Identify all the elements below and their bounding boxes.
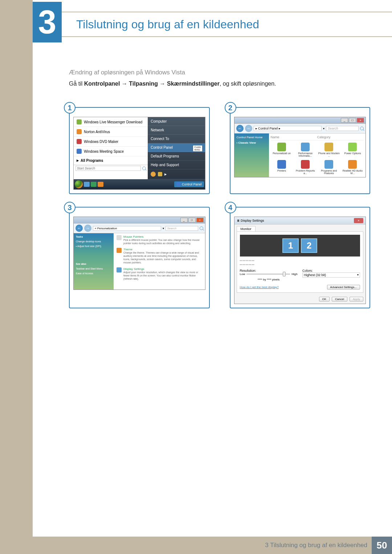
forward-button[interactable]: → xyxy=(84,225,91,232)
taskbar: Control Panel xyxy=(74,179,205,189)
maximize-button[interactable]: □ xyxy=(188,218,196,222)
col-name[interactable]: Name xyxy=(271,135,317,139)
cp-search[interactable]: Search xyxy=(326,126,359,131)
screenshot-grid: 1 Windows Live Messenger Download Norton… xyxy=(69,107,370,308)
power-icon[interactable] xyxy=(151,172,156,177)
cp-column-headers: Name Category xyxy=(271,135,364,140)
cp-realtek[interactable]: Realtek HD Audio M... xyxy=(342,160,364,175)
phone-icon xyxy=(324,143,333,151)
close-button[interactable]: × xyxy=(354,218,363,223)
cancel-button[interactable]: Cancel xyxy=(332,297,347,301)
sm-network[interactable]: Network xyxy=(148,126,205,135)
instruction-prefix: Gå til xyxy=(69,81,84,87)
p-search[interactable]: Search xyxy=(166,226,198,231)
theme-title: Theme xyxy=(123,248,202,251)
instruction-suffix: , og skift opløsningen. xyxy=(220,81,276,87)
monitor-preview: 1 2 xyxy=(240,235,360,257)
apply-button[interactable]: Apply xyxy=(350,297,363,301)
monitor-1[interactable]: 1 xyxy=(282,238,299,253)
all-programs[interactable]: ▶All Programs xyxy=(74,156,148,165)
cp-printers[interactable]: Printers xyxy=(271,160,293,175)
footer-page-number: 50 xyxy=(372,537,392,554)
sm-item-norton[interactable]: Norton AntiVirus xyxy=(74,127,148,137)
taskbar-icon-3[interactable] xyxy=(98,182,103,187)
performance-icon xyxy=(301,143,310,151)
sm-connect[interactable]: Connect To xyxy=(148,135,205,143)
cp-programs[interactable]: Programs and Features xyxy=(318,160,340,175)
theme-section[interactable]: Theme Change the theme. Themes can chang… xyxy=(117,248,202,264)
back-button[interactable]: ← xyxy=(75,225,83,232)
close-button[interactable]: × xyxy=(357,118,364,123)
mouse-pointers-section[interactable]: Mouse Pointers Pick a different mouse po… xyxy=(117,235,202,245)
advanced-settings-button[interactable]: Advanced Settings... xyxy=(327,285,360,290)
dialog-actions: OK Cancel Apply xyxy=(234,295,366,304)
arrow-icon[interactable]: ▶ xyxy=(164,173,167,176)
help-link[interactable]: How do I get the best display? xyxy=(240,286,279,289)
cp-problem-reports[interactable]: Problem Reports a... xyxy=(294,160,317,175)
path-tilpasning: Tilpasning xyxy=(129,81,158,87)
minimize-button[interactable]: _ xyxy=(341,118,348,123)
taskbar-control-panel[interactable]: Control Panel xyxy=(174,181,204,187)
see-also-header: See also xyxy=(76,263,111,265)
sm-computer[interactable]: Computer xyxy=(148,117,205,126)
resolution-label: Resolution: xyxy=(240,269,298,272)
taskbar-start-menu-link[interactable]: Taskbar and Start Menu xyxy=(76,267,111,270)
font-size-label: Adjust font size (DPI) xyxy=(77,245,101,247)
sm-item-messenger[interactable]: Windows Live Messenger Download xyxy=(74,117,148,127)
cp-nav: ← → ▸ Control Panel ▸ ▾ Search xyxy=(234,124,366,134)
monitor-tab[interactable]: Monitor xyxy=(237,226,256,231)
all-programs-label: All Programs xyxy=(81,159,103,163)
colors-select[interactable]: Highest (32 bit) ▾ xyxy=(302,272,360,278)
cp-personalization[interactable]: Personalizati on xyxy=(271,143,293,157)
ok-button[interactable]: OK xyxy=(319,297,330,301)
resolution-slider[interactable]: Low High xyxy=(240,272,298,276)
minimize-button[interactable]: _ xyxy=(180,218,188,222)
maximize-button[interactable]: □ xyxy=(349,118,356,123)
start-search-input[interactable] xyxy=(75,166,141,171)
adjust-font-size[interactable]: Adjust font size (DPI) xyxy=(76,245,111,247)
slider-thumb[interactable] xyxy=(283,272,286,276)
resolution-col: Resolution: Low High **** by **** pixels xyxy=(240,269,298,281)
display-settings-section[interactable]: Display Settings Adjust your monitor res… xyxy=(117,267,202,280)
breadcrumb[interactable]: « Personalization xyxy=(93,226,161,231)
screenshot-3-number: 3 xyxy=(64,202,75,213)
taskbar-icon-2[interactable] xyxy=(91,182,97,187)
sm-item-dvdmaker[interactable]: Windows DVD Maker xyxy=(74,137,148,147)
cp-performance[interactable]: Performance Informatio... xyxy=(294,143,317,157)
cp-home-link[interactable]: Control Panel Home xyxy=(237,136,267,139)
section-subhead: Ændring af opløsningen på Windows Vista xyxy=(69,69,370,76)
mouse-icon xyxy=(117,235,122,240)
monitor-2[interactable]: 2 xyxy=(301,238,317,253)
change-desktop-icons[interactable]: Change desktop icons xyxy=(76,240,111,243)
p-nav: ← → « Personalization ▾ Search xyxy=(74,223,205,233)
sm-label: Windows DVD Maker xyxy=(84,140,118,144)
printers-icon xyxy=(277,160,286,169)
breadcrumb[interactable]: ▸ Control Panel ▸ xyxy=(254,126,322,131)
windows-orb-icon[interactable] xyxy=(75,180,83,188)
slider-track xyxy=(246,274,290,275)
sm-control-panel[interactable]: Control Panel Custo remo xyxy=(148,143,205,152)
power-icon xyxy=(348,143,357,151)
cp-power[interactable]: Power Options xyxy=(342,143,364,157)
cp-search-ph: Search xyxy=(328,127,338,130)
cp-phone[interactable]: Phone and Modem ... xyxy=(318,143,340,157)
back-button[interactable]: ← xyxy=(236,125,244,132)
start-menu-right: Computer Network Connect To Control Pane… xyxy=(148,117,205,179)
lock-icon[interactable] xyxy=(158,172,162,176)
ico-label: Power Options xyxy=(344,152,361,155)
dropdown-icon[interactable]: ▾ xyxy=(163,227,164,230)
sm-default-programs[interactable]: Default Programs xyxy=(148,152,205,161)
forward-button[interactable]: → xyxy=(245,125,252,132)
close-button[interactable]: × xyxy=(196,218,204,222)
sm-help[interactable]: Help and Support xyxy=(148,161,205,169)
problem-icon xyxy=(301,160,310,169)
col-category[interactable]: Category xyxy=(317,135,331,139)
ease-of-access-link[interactable]: Ease of Access xyxy=(76,272,111,275)
page-title: Tilslutning og brug af en kildeenhed xyxy=(76,18,259,31)
sm-item-meeting[interactable]: Windows Meeting Space xyxy=(74,147,148,156)
dropdown-icon[interactable]: ▾ xyxy=(323,127,324,130)
taskbar-icon-1[interactable] xyxy=(84,182,90,187)
arrow-2: → xyxy=(158,81,167,87)
classic-view-link[interactable]: • Classic View xyxy=(237,141,267,144)
sm-label: Windows Live Messenger Download xyxy=(84,120,142,124)
